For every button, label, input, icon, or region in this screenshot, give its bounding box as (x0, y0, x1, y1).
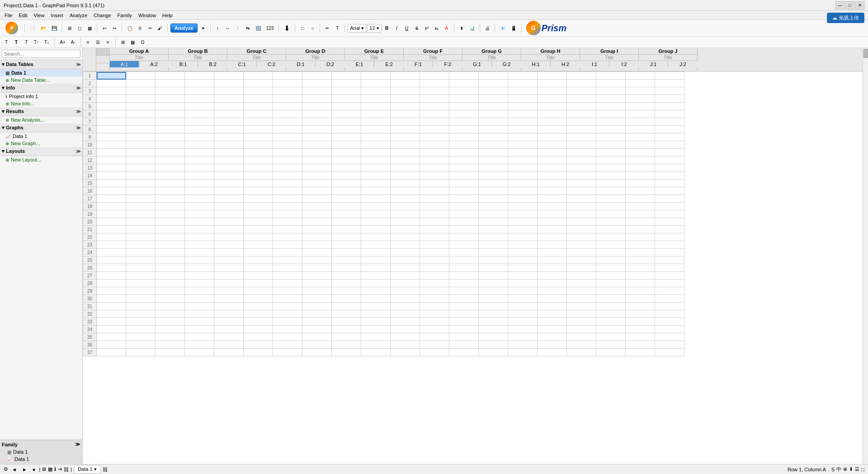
cell-r23-c0[interactable] (97, 241, 126, 249)
cell-r13-c5[interactable] (244, 164, 273, 172)
cell-r21-c9[interactable] (361, 226, 391, 233)
cell-r21-c11[interactable] (420, 226, 449, 233)
cell-r24-c3[interactable] (185, 249, 214, 256)
cell-r37-c14[interactable] (508, 349, 538, 356)
cell-r1-c3[interactable] (185, 72, 214, 80)
cell-r9-c3[interactable] (185, 133, 214, 141)
cell-r9-c5[interactable] (244, 133, 273, 141)
cell-r25-c17[interactable] (596, 256, 626, 264)
cell-r23-c6[interactable] (273, 241, 302, 249)
cell-r30-c6[interactable] (273, 295, 302, 303)
cell-r12-c4[interactable] (214, 156, 244, 164)
cell-r31-c14[interactable] (508, 303, 538, 310)
cell-r29-c0[interactable] (97, 287, 126, 295)
new-btn[interactable]: 📄 (28, 24, 38, 32)
cell-r31-c17[interactable] (596, 303, 626, 310)
cell-r34-c2[interactable] (156, 326, 185, 333)
sidebar-item-new-graph[interactable]: ⊕ New Graph... (0, 140, 82, 147)
sidebar-item-new-data-table[interactable]: ⊕ New Data Table... (0, 76, 82, 84)
cell-r5-c5[interactable] (244, 103, 273, 110)
cell-r29-c8[interactable] (332, 287, 361, 295)
cell-r7-c3[interactable] (185, 118, 214, 126)
cell-r26-c19[interactable] (655, 264, 684, 272)
cell-r36-c10[interactable] (391, 341, 420, 349)
cell-r27-c16[interactable] (567, 272, 596, 280)
cell-r15-c1[interactable] (126, 180, 156, 187)
sidebar-item-data1[interactable]: ▦ Data 1 (0, 69, 82, 76)
cell-r11-c0[interactable] (97, 149, 126, 156)
cut-btn[interactable]: ✂ (146, 24, 155, 32)
cell-r4-c19[interactable] (655, 95, 684, 103)
cell-r11-c1[interactable] (126, 149, 156, 156)
cell-r23-c19[interactable] (655, 241, 684, 249)
send-btn-2[interactable]: 📱 (509, 24, 519, 32)
cell-r15-c4[interactable] (214, 180, 244, 187)
cell-r34-c0[interactable] (97, 326, 126, 333)
cell-r14-c2[interactable] (156, 172, 185, 180)
cell-r22-c8[interactable] (332, 233, 361, 241)
cell-r29-c15[interactable] (538, 287, 567, 295)
cell-r18-c8[interactable] (332, 203, 361, 210)
cell-r20-c5[interactable] (244, 218, 273, 226)
cell-r35-c5[interactable] (244, 333, 273, 341)
cell-r4-c2[interactable] (156, 95, 185, 103)
cell-r35-c3[interactable] (185, 333, 214, 341)
cell-r16-c1[interactable] (126, 187, 156, 195)
cell-r18-c14[interactable] (508, 203, 538, 210)
cell-r37-c16[interactable] (567, 349, 596, 356)
graphs-more[interactable]: ≫ (76, 125, 80, 130)
cell-r33-c5[interactable] (244, 318, 273, 326)
change-btn-2[interactable]: ↔ (223, 24, 232, 32)
cell-r28-c6[interactable] (273, 280, 302, 287)
cell-r13-c13[interactable] (479, 164, 508, 172)
cell-r3-c4[interactable] (214, 87, 244, 95)
cell-r30-c19[interactable] (655, 295, 684, 303)
cell-r6-c1[interactable] (126, 110, 156, 118)
cell-r27-c19[interactable] (655, 272, 684, 280)
cell-r33-c14[interactable] (508, 318, 538, 326)
cell-r8-c2[interactable] (156, 126, 185, 133)
cell-r1-c5[interactable] (244, 72, 273, 80)
strikethrough-btn[interactable]: S̶ (412, 24, 421, 32)
cell-r9-c15[interactable] (538, 133, 567, 141)
cell-r23-c17[interactable] (596, 241, 626, 249)
align-center-btn[interactable]: ☰ (94, 38, 103, 46)
cell-r28-c3[interactable] (185, 280, 214, 287)
cell-r18-c0[interactable] (97, 203, 126, 210)
cell-r8-c5[interactable] (244, 126, 273, 133)
cell-r24-c16[interactable] (567, 249, 596, 256)
cell-r35-c10[interactable] (391, 333, 420, 341)
cell-r15-c8[interactable] (332, 180, 361, 187)
cell-r20-c16[interactable] (567, 218, 596, 226)
cell-r5-c8[interactable] (332, 103, 361, 110)
cell-r24-c4[interactable] (214, 249, 244, 256)
cell-r33-c3[interactable] (185, 318, 214, 326)
cell-r22-c18[interactable] (626, 233, 655, 241)
subscript-btn[interactable]: x₂ (432, 24, 441, 32)
menu-insert[interactable]: Insert (48, 12, 66, 19)
cell-r4-c17[interactable] (596, 95, 626, 103)
cell-r27-c2[interactable] (156, 272, 185, 280)
cell-r16-c12[interactable] (449, 187, 479, 195)
cell-r7-c16[interactable] (567, 118, 596, 126)
cell-r24-c1[interactable] (126, 249, 156, 256)
cell-r25-c3[interactable] (185, 256, 214, 264)
cell-r36-c14[interactable] (508, 341, 538, 349)
cell-r33-c18[interactable] (626, 318, 655, 326)
cell-r1-c2[interactable] (156, 72, 185, 80)
col-c1-header[interactable]: C:1 (227, 61, 257, 67)
cell-r30-c8[interactable] (332, 295, 361, 303)
cell-r5-c9[interactable] (361, 103, 391, 110)
menu-file[interactable]: File (2, 12, 15, 19)
cell-r9-c16[interactable] (567, 133, 596, 141)
cell-r27-c18[interactable] (626, 272, 655, 280)
cell-r30-c16[interactable] (567, 295, 596, 303)
cell-r31-c3[interactable] (185, 303, 214, 310)
cell-r4-c1[interactable] (126, 95, 156, 103)
cell-r18-c3[interactable] (185, 203, 214, 210)
cell-r5-c2[interactable] (156, 103, 185, 110)
cell-r28-c4[interactable] (214, 280, 244, 287)
section-results[interactable]: ▾ Results ≫ (0, 107, 82, 116)
cell-r34-c17[interactable] (596, 326, 626, 333)
cell-r16-c4[interactable] (214, 187, 244, 195)
